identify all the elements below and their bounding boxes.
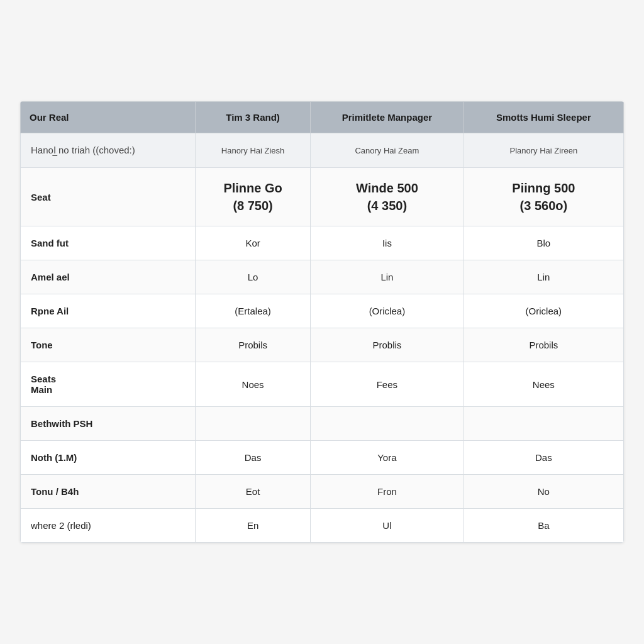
row-label-rpne-ail: Rpne Ail	[21, 294, 196, 328]
row-col3-sand-fut: Iis	[311, 226, 464, 260]
row-col2-seat: Plinne Go (8 750)	[196, 168, 311, 226]
row-label-seats-main: Seats Main	[21, 362, 196, 407]
col-header-tim-rand: Tim 3 Rand)	[196, 102, 311, 133]
row-col2-sand-fut: Kor	[196, 226, 311, 260]
row-col4-seats-main: Nees	[464, 362, 623, 407]
table-row: Tonu / B4h Eot Fron No	[21, 475, 624, 509]
row-label-where: where 2 (rledi)	[21, 509, 196, 543]
row-col4-tonu: No	[464, 475, 623, 509]
row-col2-tone: Probils	[196, 328, 311, 362]
row-col3-seats-main: Fees	[311, 362, 464, 407]
table-row: Noth (1.M) Das Yora Das	[21, 441, 624, 475]
table-row: Seat Plinne Go (8 750) Winde 500 (4 350)…	[21, 168, 624, 226]
table-row: Amel ael Lo Lin Lin	[21, 260, 624, 294]
comparison-table: Our Real Tim 3 Rand) Primitlete Manpager…	[20, 101, 624, 543]
col-header-primitlete: Primitlete Manpager	[311, 102, 464, 133]
row-label-seat: Seat	[21, 168, 196, 226]
row-col3-where: Ul	[311, 509, 464, 543]
row-col2-noth: Das	[196, 441, 311, 475]
subheader-col4: Planory Hai Zireen	[464, 133, 623, 168]
row-col3-rpne-ail: (Oriclea)	[311, 294, 464, 328]
row-label-tone: Tone	[21, 328, 196, 362]
row-col3-amel-ael: Lin	[311, 260, 464, 294]
table-row: Tone Probils Problis Probils	[21, 328, 624, 362]
subheader-col2: Hanory Hai Ziesh	[196, 133, 311, 168]
row-col2-amel-ael: Lo	[196, 260, 311, 294]
row-col3-bethwith	[311, 407, 464, 441]
row-col2-seats-main: Noes	[196, 362, 311, 407]
row-col4-seat: Piinng 500 (3 560o)	[464, 168, 623, 226]
row-col4-noth: Das	[464, 441, 623, 475]
row-col2-tonu: Eot	[196, 475, 311, 509]
row-col3-noth: Yora	[311, 441, 464, 475]
row-col4-amel-ael: Lin	[464, 260, 623, 294]
table-row: Bethwith PSH	[21, 407, 624, 441]
row-label-bethwith: Bethwith PSH	[21, 407, 196, 441]
row-col4-where: Ba	[464, 509, 623, 543]
table-row: Sand fut Kor Iis Blo	[21, 226, 624, 260]
row-col3-tone: Problis	[311, 328, 464, 362]
row-col4-sand-fut: Blo	[464, 226, 623, 260]
row-col2-bethwith	[196, 407, 311, 441]
col-header-smotts: Smotts Humi Sleeper	[464, 102, 623, 133]
table-row: Seats Main Noes Fees Nees	[21, 362, 624, 407]
comparison-table-container: Our Real Tim 3 Rand) Primitlete Manpager…	[20, 101, 624, 543]
subheader-col3: Canory Hai Zeam	[311, 133, 464, 168]
row-label-noth: Noth (1.M)	[21, 441, 196, 475]
row-col3-seat: Winde 500 (4 350)	[311, 168, 464, 226]
row-col4-rpne-ail: (Oriclea)	[464, 294, 623, 328]
row-col4-tone: Probils	[464, 328, 623, 362]
row-label-amel-ael: Amel ael	[21, 260, 196, 294]
row-col2-where: En	[196, 509, 311, 543]
row-label-tonu: Tonu / B4h	[21, 475, 196, 509]
table-row: where 2 (rledi) En Ul Ba	[21, 509, 624, 543]
row-label-sand-fut: Sand fut	[21, 226, 196, 260]
table-row: Rpne Ail (Ertalea) (Oriclea) (Oriclea)	[21, 294, 624, 328]
row-col3-tonu: Fron	[311, 475, 464, 509]
col-header-our-real: Our Real	[21, 102, 196, 133]
row-col4-bethwith	[464, 407, 623, 441]
row-col2-rpne-ail: (Ertalea)	[196, 294, 311, 328]
table-header-row: Our Real Tim 3 Rand) Primitlete Manpager…	[21, 102, 624, 133]
subheader-row: Hanol̲ no triah ((choved:) Hanory Hai Zi…	[21, 133, 624, 168]
subheader-label: Hanol̲ no triah ((choved:)	[21, 133, 196, 168]
